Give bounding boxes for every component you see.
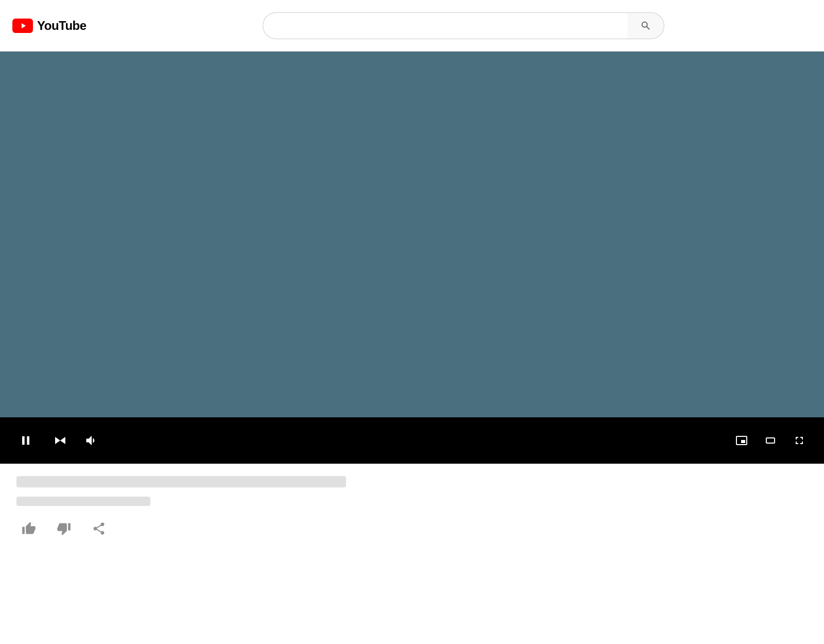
search-area: [232, 12, 695, 39]
volume-icon: [84, 433, 99, 448]
search-form: [263, 12, 664, 39]
player-controls: [0, 417, 824, 464]
like-icon: [22, 521, 36, 536]
fullscreen-icon: [793, 434, 805, 447]
video-info: [0, 464, 824, 549]
subtitle-skeleton: [16, 497, 150, 506]
volume-button[interactable]: [82, 431, 101, 450]
share-icon: [92, 521, 106, 536]
miniplayer-icon: [735, 434, 748, 447]
svg-marker-0: [22, 23, 26, 28]
miniplayer-button[interactable]: [733, 432, 750, 449]
site-header: YouTube: [0, 0, 824, 52]
next-button[interactable]: [49, 431, 68, 450]
search-button[interactable]: [627, 12, 664, 39]
theater-icon: [764, 434, 777, 447]
controls-left: [16, 431, 101, 450]
theater-button[interactable]: [762, 432, 779, 449]
next-icon: [52, 433, 66, 448]
like-button[interactable]: [16, 518, 41, 539]
video-container: [0, 52, 824, 464]
video-frame[interactable]: [0, 52, 824, 417]
controls-right: [733, 432, 808, 449]
pause-button[interactable]: [16, 431, 35, 450]
youtube-logo-icon: [12, 19, 33, 33]
action-buttons: [16, 518, 808, 539]
dislike-icon: [57, 521, 71, 536]
dislike-button[interactable]: [52, 518, 76, 539]
logo[interactable]: YouTube: [12, 19, 115, 33]
share-button[interactable]: [87, 518, 111, 539]
search-icon: [640, 20, 651, 31]
search-input[interactable]: [263, 12, 627, 39]
youtube-logo-text: YouTube: [37, 19, 87, 33]
pause-icon: [19, 433, 33, 448]
title-skeleton: [16, 476, 346, 487]
fullscreen-button[interactable]: [791, 432, 808, 449]
